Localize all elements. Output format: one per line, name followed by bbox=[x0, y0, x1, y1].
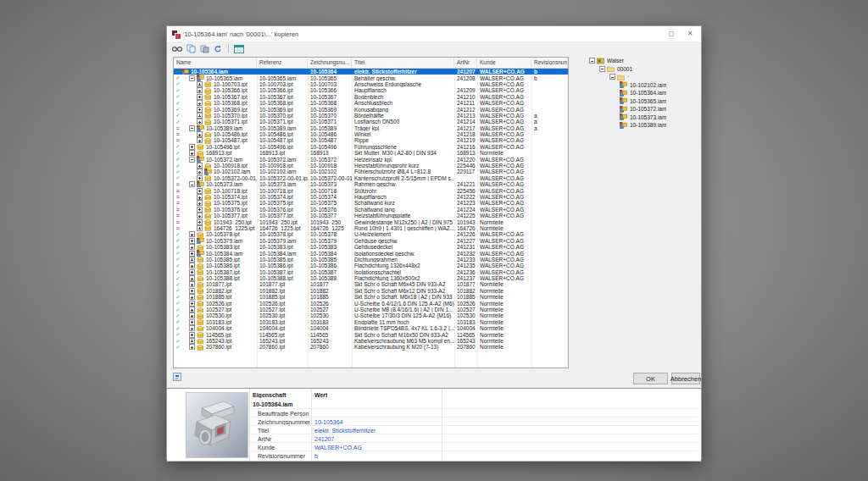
expand-icon[interactable] bbox=[197, 194, 203, 200]
expand-icon[interactable] bbox=[189, 144, 195, 150]
expand-icon[interactable] bbox=[197, 207, 203, 213]
table-row[interactable]: ✓10-100703.ipt10-100703.ipt10-100703Ansc… bbox=[174, 81, 568, 87]
column-header[interactable]: Name bbox=[174, 58, 257, 68]
expand-icon[interactable] bbox=[197, 94, 203, 100]
table-row[interactable]: =164726_1225.ipt164726_1225.ipt164726_12… bbox=[174, 225, 568, 231]
expand-icon[interactable] bbox=[197, 163, 203, 169]
tree-item[interactable]: 00001 bbox=[586, 65, 699, 74]
table-row[interactable]: ✓10-105378.ipt10-105378.ipt10-105378U-He… bbox=[174, 231, 568, 237]
expand-icon[interactable] bbox=[189, 263, 195, 268]
tree-item[interactable]: 10-105373.iam bbox=[586, 113, 699, 122]
table-row[interactable]: ✓168913.ipt168913.ipt168913Skt Mutter. M… bbox=[174, 150, 568, 156]
ok-button[interactable]: OK bbox=[633, 373, 668, 384]
table-row[interactable]: ✓10-105370.ipt10-105370.ipt10-105370Börd… bbox=[174, 113, 568, 119]
table-row[interactable]: ✓10-100918.ipt10-100918.ipt10-100918Heiz… bbox=[174, 163, 568, 169]
expand-icon[interactable] bbox=[197, 200, 203, 206]
expand-icon[interactable] bbox=[197, 131, 203, 137]
table-row[interactable]: =10-105373.iam10-105373.iam10-105373Rahm… bbox=[174, 181, 568, 187]
table-row[interactable]: =10-105487.ipt10-105487.ipt10-105487Ripp… bbox=[174, 137, 568, 143]
table-row[interactable]: ✓10-105369.ipt10-105369.ipt10-105369Konu… bbox=[174, 106, 568, 112]
column-header[interactable]: Zeichnungsnu... bbox=[308, 58, 352, 68]
tree-item[interactable]: 10-105364.iam bbox=[586, 89, 699, 97]
table-row[interactable]: ✓10-105384.iam10-105384.iam10-105384Isol… bbox=[174, 250, 568, 256]
expand-icon[interactable] bbox=[197, 169, 203, 174]
expand-icon[interactable] bbox=[189, 325, 195, 331]
expand-icon[interactable] bbox=[189, 275, 195, 281]
expand-icon[interactable] bbox=[189, 238, 195, 244]
table-row[interactable]: ✓10-105379.iam10-105379.iam10-105379Gehä… bbox=[174, 238, 568, 244]
table-row[interactable]: ✓10-105383.ipt10-105383.ipt10-105383Gehä… bbox=[174, 244, 568, 250]
maximize-button[interactable]: ◻ bbox=[662, 26, 681, 41]
expand-icon[interactable] bbox=[197, 113, 203, 119]
table-view-icon[interactable] bbox=[234, 44, 244, 53]
expand-icon[interactable] bbox=[189, 332, 195, 338]
table-row[interactable]: ✓101885.ipt101885.ipt101885Skt Schr o Sc… bbox=[174, 294, 568, 300]
expand-icon[interactable] bbox=[189, 312, 195, 318]
table-row[interactable]: ✓10-105496.ipt10-105496.ipt10-105496Führ… bbox=[174, 144, 568, 150]
table-row[interactable]: =10-105389.iam10-105389.iam10-105389Träg… bbox=[174, 125, 568, 131]
collapse-icon[interactable] bbox=[189, 157, 195, 163]
binoculars-icon[interactable] bbox=[172, 44, 182, 53]
tree-item[interactable]: · bbox=[586, 73, 699, 81]
table-row[interactable]: ✓10-102102.iam10-102102.iam10-102102Fühl… bbox=[174, 169, 568, 174]
table-row[interactable]: ✓10-105366.ipt10-105366.ipt10-105366Haup… bbox=[174, 87, 568, 93]
table-row[interactable]: =10-105486.ipt10-105486.ipt10-105486Wink… bbox=[174, 131, 568, 137]
tree-item[interactable]: 10-105372.iam bbox=[586, 105, 699, 113]
table-row[interactable]: ✓10-105387.ipt10-105387.ipt10-105387Isol… bbox=[174, 269, 568, 275]
expand-icon[interactable] bbox=[189, 269, 195, 275]
collapse-icon[interactable] bbox=[189, 125, 195, 131]
table-row[interactable]: =10-105377.ipt10-105377.ipt10-105377Heiz… bbox=[174, 213, 568, 218]
table-row[interactable]: ✓10-105372.iam10-105372.iam10-105372Heiz… bbox=[174, 156, 568, 162]
expand-icon[interactable] bbox=[197, 137, 203, 143]
expand-icon[interactable] bbox=[197, 188, 203, 194]
expand-icon[interactable] bbox=[197, 213, 203, 218]
table-row[interactable]: =10-105376.ipt10-105376.ipt10-105376Scha… bbox=[174, 207, 568, 213]
title-bar[interactable]: '10-105364.iam' nach '00001\...' kopiere… bbox=[167, 26, 701, 41]
expand-icon[interactable] bbox=[197, 225, 203, 231]
table-row[interactable]: ✓101882.ipt101882.ipt101882Skt Schr o Sc… bbox=[174, 288, 568, 294]
table-row[interactable]: ✓207860.ipt207860.ipt207860Kabelverschra… bbox=[174, 344, 568, 350]
expand-icon[interactable] bbox=[197, 175, 203, 181]
copy-files-icon[interactable] bbox=[186, 44, 196, 53]
refresh-icon[interactable] bbox=[213, 44, 223, 53]
expand-icon[interactable] bbox=[189, 288, 195, 294]
expand-icon[interactable] bbox=[197, 81, 203, 87]
table-row[interactable]: ✓165243.ipt165243.ipt165243Kabelverschra… bbox=[174, 338, 568, 344]
table-row[interactable]: ✓10-105368.ipt10-105368.ipt10-105368Ansc… bbox=[174, 100, 568, 106]
expand-icon[interactable] bbox=[189, 281, 195, 287]
table-row[interactable]: ✓10-105371.ipt10-105371.ipt10-105371Losf… bbox=[174, 119, 568, 124]
tree-item[interactable]: 10-105365.iam bbox=[586, 97, 699, 106]
expand-icon[interactable] bbox=[189, 294, 195, 300]
close-button[interactable]: ✕ bbox=[681, 26, 699, 41]
expand-icon[interactable] bbox=[189, 338, 195, 344]
expand-icon[interactable] bbox=[189, 251, 195, 257]
collapse-icon[interactable] bbox=[599, 66, 605, 72]
table-row[interactable]: ✓10-105367.ipt10-105367.ipt10-105367Bode… bbox=[174, 94, 568, 100]
tree-root[interactable]: Walser bbox=[586, 57, 699, 65]
table-row[interactable]: ✓10-105364.iam10-105364elektr. Stickstof… bbox=[174, 69, 568, 75]
table-row[interactable]: ✓101877.ipt101877.ipt101877Skt Schr o Sc… bbox=[174, 281, 568, 287]
table-row[interactable]: ✓10-105372-00-01.ipt10-105372-00-01.ipt1… bbox=[174, 175, 568, 181]
expand-icon[interactable] bbox=[197, 87, 203, 93]
table-row[interactable]: ✓10-105388.ipt10-105388.ipt10-105388Flac… bbox=[174, 275, 568, 281]
collapse-icon[interactable] bbox=[609, 74, 615, 80]
table-row[interactable]: ✓102526.ipt102526.ipt102526U-Scheibe 6.4… bbox=[174, 300, 568, 306]
expand-icon[interactable] bbox=[197, 100, 203, 106]
cancel-button[interactable]: Abbrechen bbox=[671, 373, 700, 384]
table-row[interactable]: ✓10-105386.ipt10-105386.ipt10-105386Flac… bbox=[174, 263, 568, 268]
column-header[interactable]: Titel bbox=[352, 58, 454, 68]
expand-icon[interactable] bbox=[197, 219, 203, 225]
table-row[interactable]: ✓102527.ipt102527.ipt102527U-Scheibe M8 … bbox=[174, 307, 568, 312]
expand-icon[interactable] bbox=[189, 344, 195, 350]
column-header[interactable]: Kunde bbox=[477, 58, 531, 68]
expand-icon[interactable] bbox=[189, 301, 195, 307]
table-row[interactable]: =10-105375.ipt10-105375.ipt10-105375Scha… bbox=[174, 200, 568, 206]
column-header[interactable]: Revisionsnum... bbox=[531, 58, 568, 68]
expand-icon[interactable] bbox=[189, 244, 195, 250]
column-header[interactable]: ArtNr bbox=[454, 58, 477, 68]
expand-icon[interactable] bbox=[189, 231, 195, 237]
expand-icon[interactable] bbox=[197, 107, 203, 113]
collapse-icon[interactable] bbox=[589, 58, 595, 64]
expand-icon[interactable] bbox=[197, 119, 203, 124]
table-row[interactable]: ✓10-105385.ipt10-105385.ipt10-105385Dich… bbox=[174, 257, 568, 263]
